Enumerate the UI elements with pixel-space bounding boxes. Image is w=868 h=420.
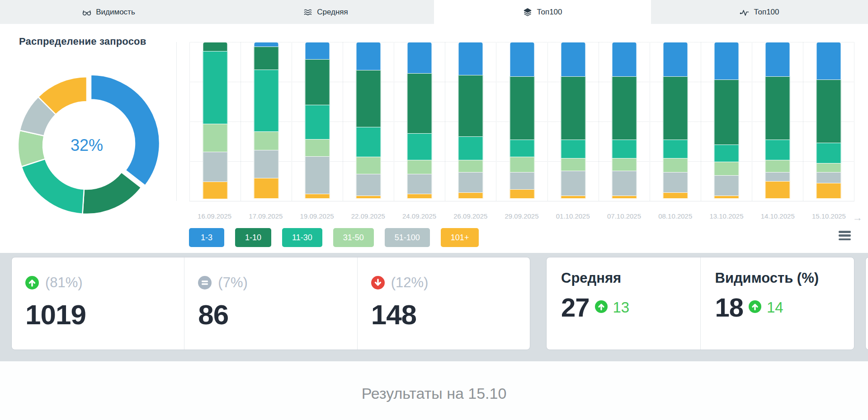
- results-footer: Результаты на 15.10: [0, 361, 868, 420]
- legend-button-1-3[interactable]: 1-3: [189, 228, 224, 247]
- bar-segment-51-100: [765, 172, 790, 182]
- stat-card-up: (81%) 1019: [12, 257, 184, 350]
- tab-top100-pulse[interactable]: Топ100: [651, 0, 868, 24]
- stat-card-down: (12%) 148: [357, 257, 530, 350]
- bar-column[interactable]: [189, 42, 241, 201]
- bar-segment-1-10: [765, 76, 790, 140]
- bar-segment-51-100: [356, 174, 381, 196]
- bar-segment-11-30: [816, 143, 841, 163]
- bar-column[interactable]: [599, 42, 650, 201]
- stacked-bar[interactable]: [458, 42, 483, 201]
- bar-column[interactable]: [394, 42, 445, 201]
- bar-column[interactable]: [547, 42, 599, 201]
- tab-visibility[interactable]: Видимость: [0, 0, 217, 24]
- up-circle-icon: [25, 276, 39, 289]
- bar-segment-1-3: [407, 42, 432, 74]
- metric-delta: 13: [613, 299, 630, 316]
- bar-segment-1-10: [305, 59, 330, 105]
- bar-column[interactable]: [701, 42, 752, 201]
- metric-title: Средняя: [561, 270, 700, 286]
- bar-segment-1-3: [714, 42, 739, 80]
- stacked-bar[interactable]: [509, 42, 534, 201]
- stacked-bar[interactable]: [407, 42, 432, 201]
- stacked-bar[interactable]: [765, 42, 790, 201]
- stacked-bar[interactable]: [203, 42, 228, 201]
- bar-segment-31-50: [254, 131, 279, 150]
- metric-value: 27: [561, 294, 590, 321]
- bar-segment-1-3: [305, 42, 330, 60]
- bar-segment-51-100: [816, 172, 841, 183]
- legend-button-51-100[interactable]: 51-100: [385, 228, 430, 247]
- stacked-bar[interactable]: [356, 42, 381, 201]
- chart-menu-icon[interactable]: [839, 231, 851, 240]
- tab-label: Топ100: [754, 8, 779, 17]
- stacked-bar[interactable]: [561, 42, 585, 201]
- bar-segment-11-30: [509, 140, 534, 157]
- donut-title: Распределение запросов: [19, 36, 164, 47]
- metrics-panel: Средняя 27 13 Видимость (%) 18: [546, 257, 854, 350]
- bar-segment-31-50: [356, 157, 381, 174]
- up-circle-icon: [595, 300, 608, 315]
- stat-value: 1019: [25, 301, 184, 329]
- metric-title: Видимость (%): [715, 270, 854, 286]
- tab-label: Средняя: [317, 8, 348, 17]
- bar-segment-51-100: [305, 156, 330, 194]
- bar-column[interactable]: [650, 42, 701, 201]
- donut-chart[interactable]: [5, 69, 169, 222]
- stacked-bar[interactable]: [254, 42, 279, 201]
- x-axis-label: 15.10.2025: [803, 212, 854, 222]
- bar-segment-51-100: [612, 171, 637, 196]
- donut-slice-11-30[interactable]: [21, 159, 84, 214]
- summary-strip: (81%) 1019 (7%) 86: [0, 253, 868, 361]
- chart-legend: 1-31-1011-3031-5051-100101+: [189, 228, 479, 247]
- x-axis-label: 19.09.2025: [291, 212, 342, 222]
- bar-segment-1-3: [458, 42, 483, 75]
- tab-top100-layers[interactable]: Топ100: [434, 0, 651, 24]
- bar-segment-1-3: [561, 42, 585, 77]
- bar-column[interactable]: [241, 42, 292, 201]
- bar-segment-1-3: [663, 42, 688, 77]
- stacked-bar[interactable]: [663, 42, 688, 201]
- x-axis-label: 16.09.2025: [189, 212, 240, 222]
- bar-column[interactable]: [496, 42, 547, 201]
- bar-column[interactable]: [445, 42, 496, 201]
- bar-segment-1-10: [612, 76, 637, 140]
- donut-slice-1-10[interactable]: [82, 172, 141, 214]
- stacked-bar[interactable]: [612, 42, 637, 201]
- chart-tabbar: Видимость Средняя Топ100: [0, 0, 868, 24]
- bar-segment-1-10: [356, 70, 381, 127]
- bar-column[interactable]: [803, 42, 854, 201]
- bar-column[interactable]: [752, 42, 803, 201]
- bar-column[interactable]: [343, 42, 394, 201]
- bar-segment-31-50: [458, 160, 483, 173]
- bar-segment-51-100: [458, 172, 483, 193]
- x-axis-label: 22.09.2025: [343, 212, 394, 222]
- bar-segment-51-100: [509, 172, 534, 190]
- bar-segment-101+: [714, 196, 739, 199]
- glasses-icon: [82, 7, 92, 17]
- down-circle-icon: [371, 276, 385, 289]
- bar-segment-11-30: [561, 140, 585, 159]
- bar-segment-1-10: [509, 76, 534, 140]
- tab-average[interactable]: Средняя: [217, 0, 434, 24]
- x-axis-label: 08.10.2025: [650, 212, 701, 222]
- waves-icon: [303, 7, 313, 17]
- legend-button-11-30[interactable]: 11-30: [282, 228, 322, 247]
- stacked-bar-chart[interactable]: [176, 42, 854, 201]
- legend-button-101+[interactable]: 101+: [441, 228, 479, 247]
- bar-segment-1-10: [458, 75, 483, 137]
- stacked-bar[interactable]: [714, 42, 739, 201]
- x-axis-label: 29.09.2025: [496, 212, 547, 222]
- x-axis-label: 26.09.2025: [445, 212, 496, 222]
- stacked-bar[interactable]: [305, 42, 330, 201]
- bar-segment-1-10: [561, 76, 585, 140]
- bar-column[interactable]: [292, 42, 343, 201]
- donut-slice-1-3[interactable]: [91, 75, 160, 186]
- x-axis-labels: 16.09.202517.09.202519.09.202522.09.2025…: [176, 212, 854, 222]
- stacked-bar[interactable]: [816, 42, 841, 201]
- results-label: Результаты на 15.10: [362, 385, 507, 402]
- legend-button-31-50[interactable]: 31-50: [333, 228, 374, 247]
- summary-panel: (81%) 1019 (7%) 86: [11, 257, 530, 350]
- legend-button-1-10[interactable]: 1-10: [235, 228, 271, 247]
- scroll-right-arrow-icon[interactable]: →: [853, 213, 863, 223]
